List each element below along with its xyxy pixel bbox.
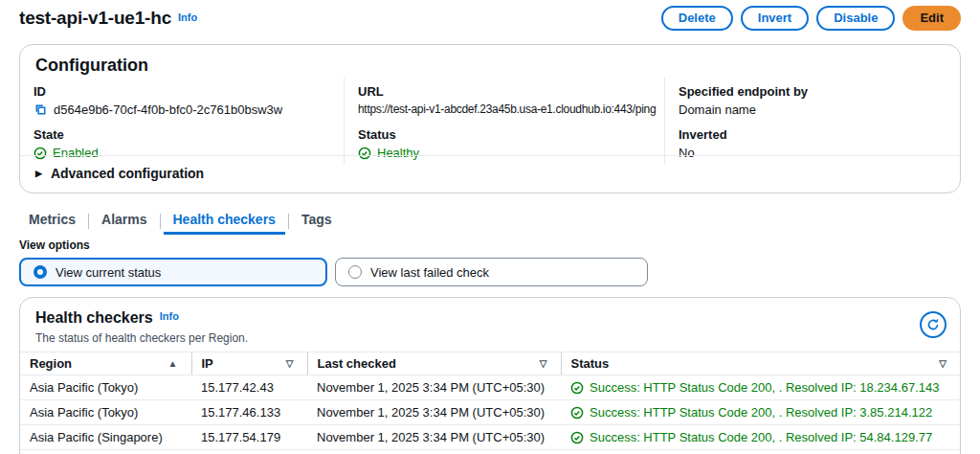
delete-button[interactable]: Delete [661,6,733,31]
region-cell: Asia Pacific (Tokyo) [20,400,191,425]
tab-alarms[interactable]: Alarms [92,207,156,235]
advanced-configuration-toggle[interactable]: ▶ Advanced configuration [20,155,960,193]
last-checked-cell: November 1, 2025 3:34 PM (UTC+05:30) [307,425,561,450]
ip-cell: 15.177.46.133 [191,400,307,425]
page-title: test-api-v1-ue1-hc [19,8,171,28]
tab-bar: Metrics Alarms Health checkers Tags [19,207,342,235]
sort-indicator-icon[interactable]: ▽ [286,358,298,369]
sort-ascending-icon[interactable]: ▲ [168,358,182,369]
id-value: d564e9b6-70cf-4f0b-bfc0-2c761b0bsw3w [54,102,282,117]
view-options-label: View options [19,238,648,252]
column-header-status[interactable]: Status▽ [561,352,960,375]
health-checkers-description: The status of health checkers per Region… [35,331,248,345]
last-checked-cell: November 1, 2025 3:34 PM (UTC+05:30) [307,375,561,400]
title-info-link[interactable]: Info [178,11,197,23]
ip-cell: 15.177.42.43 [191,375,307,400]
configuration-panel: Configuration ID d564e9b6-70cf-4f0b-bfc0… [19,44,961,193]
view-options: View options View current status View la… [19,238,648,286]
region-cell: Asia Pacific (Tokyo) [20,375,191,400]
table-header-row: Region▲ IP▽ Last checked▽ Status▽ [20,352,960,375]
expand-icon: ▶ [35,169,42,178]
url-value: https://test-api-v1-abcdef.23a45b.usa-e1… [358,102,651,116]
radio-selected-icon [33,265,47,279]
tab-separator [288,214,289,229]
field-id: ID d564e9b6-70cf-4f0b-bfc0-2c761b0bsw3w [20,78,344,121]
refresh-button[interactable] [920,311,947,338]
tab-separator [88,214,89,229]
radio-view-last-failed-check[interactable]: View last failed check [335,258,648,286]
refresh-icon [926,318,940,331]
advanced-configuration-label: Advanced configuration [51,166,204,181]
tab-metrics[interactable]: Metrics [19,207,85,235]
field-url: URL https://test-api-v1-abcdef.23a45b.us… [344,78,664,121]
tab-health-checkers[interactable]: Health checkers [164,207,285,235]
health-checkers-table: Region▲ IP▽ Last checked▽ Status▽ Asia P… [20,352,960,450]
status-cell: Success: HTTP Status Code 200, . Resolve… [561,400,960,425]
field-endpoint-by: Specified endpoint by Domain name [664,78,960,121]
page-title-group: test-api-v1-ue1-hcInfo [19,8,197,29]
last-checked-cell: November 1, 2025 3:34 PM (UTC+05:30) [307,400,561,425]
status-cell: Success: HTTP Status Code 200, . Resolve… [561,425,960,450]
endpoint-by-value: Domain name [679,102,947,117]
disable-button[interactable]: Disable [816,6,895,31]
table-row: Asia Pacific (Tokyo) 15.177.46.133 Novem… [20,400,960,425]
configuration-fields: ID d564e9b6-70cf-4f0b-bfc0-2c761b0bsw3w … [20,78,960,164]
edit-button[interactable]: Edit [902,6,961,31]
tab-tags[interactable]: Tags [292,207,342,235]
table-row: Asia Pacific (Singapore) 15.177.54.179 N… [20,425,960,450]
ip-cell: 15.177.54.179 [191,425,307,450]
sort-indicator-icon[interactable]: ▽ [939,358,950,369]
success-icon [570,406,584,420]
header-actions: Delete Invert Disable Edit [661,6,961,31]
status-cell: Success: HTTP Status Code 200, . Resolve… [561,375,960,400]
tab-separator [160,214,161,229]
health-checkers-header-text: Health checkersInfo The status of health… [35,309,248,345]
health-checkers-panel: Health checkersInfo The status of health… [19,297,961,454]
region-cell: Asia Pacific (Singapore) [20,425,191,450]
health-checkers-title: Health checkers [35,309,153,326]
radio-last-failed-label: View last failed check [370,265,489,280]
success-icon [570,431,584,444]
column-header-ip[interactable]: IP▽ [191,352,307,375]
page-header: test-api-v1-ue1-hcInfo Delete Invert Dis… [19,6,961,31]
table-row: Asia Pacific (Tokyo) 15.177.42.43 Novemb… [20,375,960,400]
radio-unselected-icon [348,265,362,279]
invert-button[interactable]: Invert [741,6,809,31]
health-checkers-info-link[interactable]: Info [160,310,179,322]
radio-view-current-status[interactable]: View current status [19,258,327,286]
column-header-region[interactable]: Region▲ [20,352,191,375]
radio-current-status-label: View current status [56,265,161,280]
success-icon [570,381,584,395]
column-header-last-checked[interactable]: Last checked▽ [307,352,561,375]
sort-indicator-icon[interactable]: ▽ [540,358,551,369]
copy-icon[interactable] [33,102,48,117]
configuration-title: Configuration [35,56,148,75]
